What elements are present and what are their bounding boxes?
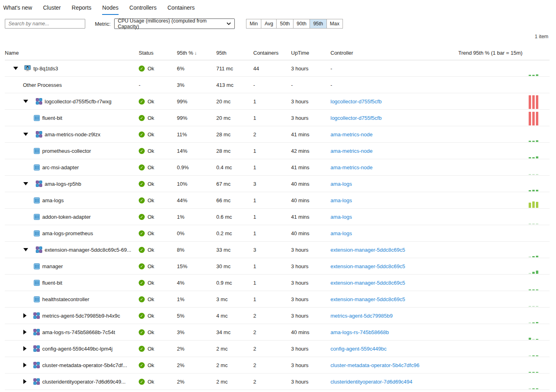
row-uptime: 3 hours [291,313,330,319]
metric-dropdown[interactable]: CPU Usage (millicores) (computed from Ca… [114,18,235,29]
chevron-right-expander-icon[interactable] [23,379,27,384]
table-row[interactable]: clusteridentityoperator-7d6d69c49... ✓ O… [5,374,550,390]
row-name-label: cluster-metadata-operator-5b4c7df... [42,362,127,368]
table-row[interactable]: tp-8q1tds3 ✓ Ok 6% 711 mc 44 3 hours - [5,60,550,77]
search-input[interactable] [5,19,85,29]
chevron-right-expander-icon[interactable] [23,346,27,351]
row-name-cell: ama-logs-rp5hb [5,181,139,187]
controller-link[interactable]: clusteridentityoperator-7d6d69c494 [330,379,412,385]
controller-link[interactable]: ama-logs-rs-745b58668b [330,329,389,335]
controller-link[interactable]: ama-metrics-node [330,148,373,154]
column-header-status[interactable]: Status [139,50,177,56]
chevron-right-expander-icon[interactable] [23,313,27,318]
table-row[interactable]: healthstatecontroller ✓ Ok 1% 3 mc 1 3 h… [5,291,550,308]
container-icon [34,214,40,220]
table-row[interactable]: Other Processes - 3% 413 mc - - - [5,77,550,93]
row-name-cell: ama-metrics-node-z9lzx [5,131,139,138]
percentile-button-avg[interactable]: Avg [261,19,277,29]
row-containers: 2 [253,379,291,385]
tab-nodes[interactable]: Nodes [102,4,118,15]
tab-what-s-new[interactable]: What's new [3,4,32,15]
tab-controllers[interactable]: Controllers [129,4,157,15]
table-row[interactable]: ama-logs-rs-745b58668b-7c54t ✓ Ok 3% 34 … [5,324,550,341]
table-row[interactable]: logcollector-d755f5cfb-r7wxg ✓ Ok 99% 20… [5,93,550,110]
chevron-down-icon [226,22,231,25]
trend-bar [536,112,538,125]
table-row[interactable]: fluent-bit ✓ Ok 4% 0.9 mc 1 3 hours exte… [5,275,550,291]
row-uptime: - [291,82,330,88]
table-row[interactable]: addon-token-adapter ✓ Ok 1% 0.6 mc 1 41 … [5,209,550,225]
column-header-controller[interactable]: Controller [330,50,458,56]
controller-link[interactable]: ama-logs [330,181,352,187]
tab-reports[interactable]: Reports [72,4,91,15]
row-95th-pct: 2% [177,346,216,352]
row-uptime: 42 mins [291,148,330,154]
pod-icon [33,329,40,335]
percentile-button-90th[interactable]: 90th [293,19,310,29]
table-row[interactable]: prometheus-collector ✓ Ok 14% 28 mc 1 42… [5,143,550,159]
table-row[interactable]: extension-manager-5ddc8c69c5-69... ✓ Ok … [5,242,550,258]
row-containers: 1 [253,115,291,121]
column-header-uptime[interactable]: UpTime [291,50,330,56]
controller-link[interactable]: extension-manager-5ddc8c69c5 [330,247,405,253]
controller-link[interactable]: cluster-metadata-operator-5b4c7dfc96 [330,362,419,368]
table-row[interactable]: cluster-metadata-operator-5b4c7df... ✓ O… [5,357,550,374]
controller-link[interactable]: ama-logs [330,214,352,220]
controller-link[interactable]: extension-manager-5ddc8c69c5 [330,280,405,286]
table-row[interactable]: metrics-agent-5dc79985b9-h4x9c ✓ Ok 5% 4… [5,308,550,324]
row-name-label: Other Processes [23,82,62,88]
table-row[interactable]: ama-logs-prometheus ✓ Ok 0% 0.2 mc 1 40 … [5,225,550,242]
row-95th-pct: 99% [177,99,216,105]
controller-link[interactable]: ama-metrics-node [330,164,373,170]
trend-bar [532,157,535,158]
row-status: ✓ Ok [139,164,177,170]
controller-link[interactable]: logcollector-d755f5cfb [330,99,382,105]
table-row[interactable]: fluent-bit ✓ Ok 99% 20 mc 1 3 hours logc… [5,110,550,126]
trend-bar [532,201,535,208]
chevron-right-expander-icon[interactable] [23,363,27,367]
status-ok-icon: ✓ [139,247,145,253]
row-uptime: 3 hours [291,296,330,302]
controller-link[interactable]: ama-metrics-node [330,131,373,138]
table-row[interactable]: ama-logs ✓ Ok 44% 66 mc 1 40 mins ama-lo… [5,192,550,209]
tab-containers[interactable]: Containers [167,4,195,15]
chevron-down-expander-icon[interactable] [23,100,28,103]
percentile-button-50th[interactable]: 50th [276,19,293,29]
trend-bar [536,372,538,373]
table-row[interactable]: config-agent-559c449bc-lpm4j ✓ Ok 2% 2 m… [5,341,550,357]
trend-bar [529,289,531,290]
chevron-down-expander-icon[interactable] [23,182,28,185]
controller-link[interactable]: ama-logs [330,197,352,203]
controller-link[interactable]: extension-manager-5ddc8c69c5 [330,296,405,302]
status-ok-icon: ✓ [139,131,145,138]
row-controller: logcollector-d755f5cfb [330,99,458,105]
tab-cluster[interactable]: Cluster [43,4,61,15]
table-row[interactable]: ama-logs-rp5hb ✓ Ok 10% 67 mc 3 40 mins … [5,176,550,192]
trend-bar [529,306,531,307]
chevron-right-expander-icon[interactable] [23,330,27,335]
table-row[interactable]: arc-msi-adapter ✓ Ok 0.9% 0.4 mc 1 41 mi… [5,159,550,176]
percentile-button-max[interactable]: Max [326,19,343,29]
table-row[interactable]: manager ✓ Ok 15% 30 mc 1 3 hours extensi… [5,258,550,275]
status-ok-icon: ✓ [139,148,145,154]
trend-bar [532,256,535,257]
percentile-button-95th[interactable]: 95th [310,19,326,29]
chevron-down-expander-icon[interactable] [23,133,28,136]
trend-bar [529,174,531,175]
column-header-name[interactable]: Name [5,50,139,56]
column-header-95th[interactable]: 95th [216,50,253,56]
column-header-containers[interactable]: Containers [253,50,291,56]
chevron-down-expander-icon[interactable] [23,248,28,251]
controller-link[interactable]: metrics-agent-5dc79985b9 [330,313,393,319]
controller-link[interactable]: ama-logs [330,230,352,236]
percentile-button-min[interactable]: Min [246,19,261,29]
controller-link[interactable]: config-agent-559c449bc [330,346,387,352]
controller-link[interactable]: extension-manager-5ddc8c69c5 [330,263,405,269]
chevron-down-expander-icon[interactable] [13,67,18,70]
table-row[interactable]: ama-metrics-node-z9lzx ✓ Ok 11% 28 mc 2 … [5,126,550,143]
row-name-label: healthstatecontroller [42,296,89,302]
row-95th: 67 mc [216,181,253,187]
column-header-95th-pct[interactable]: 95th %↓ [177,50,216,56]
container-icon [34,230,40,236]
controller-link[interactable]: logcollector-d755f5cfb [330,115,382,121]
